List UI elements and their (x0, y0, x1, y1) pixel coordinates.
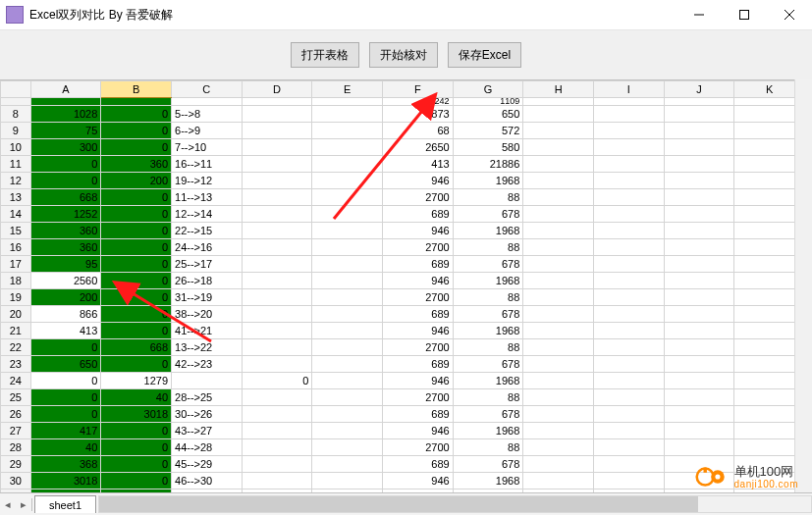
column-header[interactable]: I (593, 81, 664, 98)
cell[interactable]: 38-->20 (172, 306, 243, 323)
cell[interactable]: 88 (453, 239, 523, 256)
cell[interactable] (664, 423, 734, 439)
row-header[interactable]: 10 (1, 139, 31, 156)
cell[interactable] (312, 473, 383, 489)
cell[interactable] (523, 423, 594, 439)
cell[interactable] (664, 206, 734, 223)
cell[interactable] (664, 106, 734, 123)
cell[interactable] (593, 289, 664, 306)
cell[interactable] (593, 356, 664, 373)
row-header[interactable]: 18 (1, 273, 31, 289)
cell[interactable] (242, 139, 312, 156)
cell[interactable]: 1968 (453, 173, 523, 189)
cell[interactable]: 2560 (30, 273, 101, 289)
cell[interactable]: 242 (382, 98, 453, 106)
cell[interactable] (664, 306, 734, 323)
row-header[interactable]: 30 (1, 473, 31, 489)
cell[interactable] (523, 139, 594, 156)
cell[interactable] (664, 189, 734, 206)
cell[interactable] (593, 123, 664, 139)
cell[interactable]: 689 (382, 406, 453, 423)
column-header[interactable]: B (101, 81, 172, 98)
cell[interactable]: 25-->17 (172, 256, 243, 273)
cell[interactable] (312, 239, 383, 256)
cell[interactable]: 678 (453, 456, 523, 473)
cell[interactable]: 1968 (453, 473, 523, 489)
cell[interactable]: 16-->11 (172, 156, 243, 173)
cell[interactable] (593, 439, 664, 456)
cell[interactable] (523, 273, 594, 289)
cell[interactable]: 946 (382, 373, 453, 389)
cell[interactable]: 0 (101, 306, 172, 323)
cell[interactable]: 678 (453, 256, 523, 273)
cell[interactable]: 360 (101, 156, 172, 173)
cell[interactable]: 0 (101, 323, 172, 339)
cell[interactable]: 1968 (453, 323, 523, 339)
cell[interactable]: 40 (101, 389, 172, 406)
cell[interactable]: 413 (382, 156, 453, 173)
cell[interactable]: 26-->18 (172, 273, 243, 289)
cell[interactable]: 0 (101, 139, 172, 156)
cell[interactable] (312, 173, 383, 189)
cell[interactable] (664, 339, 734, 356)
cell[interactable] (242, 156, 312, 173)
cell[interactable] (593, 423, 664, 439)
cell[interactable] (242, 256, 312, 273)
cell[interactable] (312, 273, 383, 289)
cell[interactable] (242, 356, 312, 373)
cell[interactable] (312, 356, 383, 373)
cell[interactable]: 2650 (382, 139, 453, 156)
cell[interactable] (242, 306, 312, 323)
cell[interactable]: 88 (453, 389, 523, 406)
row-header[interactable]: 21 (1, 323, 31, 339)
cell[interactable]: 0 (30, 156, 101, 173)
vertical-scrollbar[interactable] (794, 79, 812, 493)
cell[interactable]: 0 (101, 106, 172, 123)
cell[interactable] (242, 239, 312, 256)
cell[interactable] (593, 156, 664, 173)
cell[interactable]: 22-->15 (172, 223, 243, 239)
cell[interactable]: 31-->19 (172, 289, 243, 306)
cell[interactable] (664, 173, 734, 189)
row-header[interactable]: 8 (1, 106, 31, 123)
cell[interactable]: 75 (30, 123, 101, 139)
maximize-button[interactable] (722, 0, 767, 29)
cell[interactable]: 41-->21 (172, 323, 243, 339)
cell[interactable]: 650 (453, 106, 523, 123)
cell[interactable]: 678 (453, 206, 523, 223)
cell[interactable]: 946 (382, 223, 453, 239)
cell[interactable]: 689 (382, 306, 453, 323)
cell[interactable]: 0 (101, 239, 172, 256)
cell[interactable] (664, 289, 734, 306)
cell[interactable]: 45-->29 (172, 456, 243, 473)
cell[interactable]: 13-->22 (172, 339, 243, 356)
cell[interactable] (593, 256, 664, 273)
row-header[interactable]: 19 (1, 289, 31, 306)
cell[interactable] (523, 373, 594, 389)
cell[interactable]: 0 (30, 389, 101, 406)
cell[interactable]: 1968 (453, 223, 523, 239)
cell[interactable] (523, 356, 594, 373)
cell[interactable]: 88 (453, 289, 523, 306)
cell[interactable]: 1968 (453, 373, 523, 389)
cell[interactable]: 413 (30, 323, 101, 339)
cell[interactable] (593, 306, 664, 323)
cell[interactable] (523, 223, 594, 239)
cell[interactable]: 1279 (101, 373, 172, 389)
cell[interactable]: 30-->26 (172, 406, 243, 423)
cell[interactable]: 200 (30, 289, 101, 306)
cell[interactable]: 946 (382, 173, 453, 189)
cell[interactable] (523, 439, 594, 456)
cell[interactable] (242, 473, 312, 489)
cell[interactable] (242, 323, 312, 339)
compare-button[interactable]: 开始核对 (369, 42, 438, 68)
cell[interactable]: 2700 (382, 189, 453, 206)
cell[interactable]: 0 (30, 406, 101, 423)
cell[interactable]: 678 (453, 406, 523, 423)
cell[interactable]: 0 (101, 356, 172, 373)
cell[interactable] (523, 306, 594, 323)
row-header[interactable]: 14 (1, 206, 31, 223)
cell[interactable] (312, 106, 383, 123)
row-header[interactable]: 17 (1, 256, 31, 273)
close-button[interactable] (767, 0, 812, 29)
